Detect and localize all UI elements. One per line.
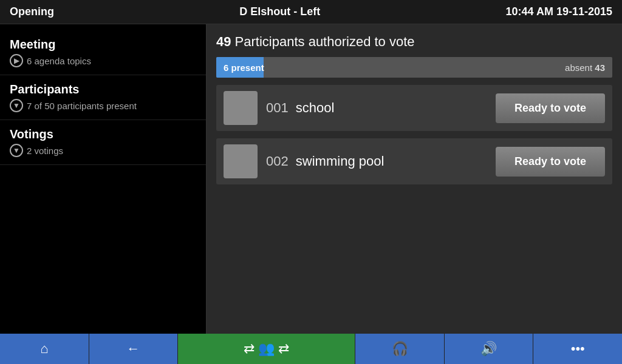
voting-label-1: 001 school <box>266 100 487 116</box>
meeting-circle-icon: ▶ <box>10 54 23 67</box>
home-button[interactable]: ⌂ <box>0 334 89 364</box>
ready-to-vote-button-1[interactable]: Ready to vote <box>496 93 605 123</box>
sidebar-participants-title: Participants <box>10 83 196 96</box>
ready-to-vote-button-2[interactable]: Ready to vote <box>496 147 605 177</box>
transfer-icon: ⇄ <box>244 341 255 357</box>
sidebar-section-votings: Votings ▼ 2 votings <box>0 120 206 165</box>
participants-count: 49 <box>216 34 231 49</box>
voting-item-1: 001 school Ready to vote <box>216 85 612 131</box>
votings-dropdown-icon[interactable]: ▼ <box>10 144 23 157</box>
sidebar-section-meeting: Meeting ▶ 6 agenda topics <box>0 30 206 75</box>
content-title: 49 Participants authorized to vote <box>216 34 612 50</box>
voting-thumb-1 <box>224 91 258 125</box>
voting-label-2: 002 swimming pool <box>266 153 487 169</box>
voting-thumb-2 <box>224 144 258 178</box>
sidebar-votings-subtitle: ▼ 2 votings <box>10 144 196 157</box>
header-center: D Elshout - Left <box>239 5 320 18</box>
main-layout: Meeting ▶ 6 agenda topics Participants ▼… <box>0 24 622 334</box>
voting-num-2: 002 <box>266 153 289 169</box>
voting-name-2: swimming pool <box>296 153 384 169</box>
volume-button[interactable]: 🔊 <box>445 334 534 364</box>
back-icon: ← <box>126 341 140 357</box>
sidebar-meeting-subtitle: ▶ 6 agenda topics <box>10 54 196 67</box>
present-bar: 6 present <box>216 57 264 78</box>
home-icon: ⌂ <box>40 341 48 357</box>
group-icon: 👥 <box>258 341 275 357</box>
absent-label: absent 43 <box>565 62 605 73</box>
voting-num-1: 001 <box>266 100 289 115</box>
sidebar-participants-subtitle: ▼ 7 of 50 participants present <box>10 99 196 112</box>
header: Opening D Elshout - Left 10:44 AM 19-11-… <box>0 0 622 24</box>
more-button[interactable]: ••• <box>533 334 622 364</box>
more-icon: ••• <box>571 341 585 357</box>
sidebar-section-participants: Participants ▼ 7 of 50 participants pres… <box>0 75 206 120</box>
headphones-button[interactable]: 🎧 <box>355 334 445 364</box>
transfer-back-icon: ⇄ <box>278 341 289 357</box>
volume-icon: 🔊 <box>480 341 497 357</box>
voting-name-1: school <box>296 100 335 115</box>
back-button[interactable]: ← <box>89 334 179 364</box>
participants-dropdown-icon[interactable]: ▼ <box>10 99 23 112</box>
header-right: 10:44 AM 19-11-2015 <box>506 5 612 18</box>
voting-item-2: 002 swimming pool Ready to vote <box>216 138 612 184</box>
headphones-icon: 🎧 <box>392 341 408 357</box>
presence-bar: 6 present absent 43 <box>216 57 612 78</box>
sidebar: Meeting ▶ 6 agenda topics Participants ▼… <box>0 24 207 334</box>
toolbar: ⌂ ← ⇄ 👥 ⇄ 🎧 🔊 ••• <box>0 334 622 364</box>
header-left: Opening <box>10 5 54 18</box>
sidebar-votings-title: Votings <box>10 127 196 141</box>
sidebar-meeting-title: Meeting <box>10 38 196 52</box>
center-button[interactable]: ⇄ 👥 ⇄ <box>178 334 355 364</box>
content-area: 49 Participants authorized to vote 6 pre… <box>207 24 622 334</box>
